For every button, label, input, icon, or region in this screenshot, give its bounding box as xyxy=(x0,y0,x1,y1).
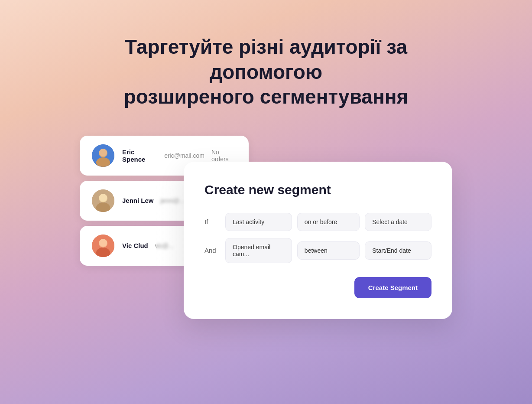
condition-row-1: If Last activity on or before Select a d… xyxy=(204,213,431,231)
user-info-eric: Eric Spence eric@mail.com No orders xyxy=(122,148,237,163)
ui-area: Eric Spence eric@mail.com No orders Je xyxy=(80,136,452,352)
condition-label-if: If xyxy=(204,218,220,225)
svg-point-3 xyxy=(99,149,107,156)
conditions: If Last activity on or before Select a d… xyxy=(204,213,431,263)
condition-activity-2[interactable]: Opened email cam... xyxy=(225,238,292,263)
user-name-vic: Vic Clud xyxy=(122,242,148,249)
svg-point-7 xyxy=(99,194,107,202)
condition-operator-1[interactable]: on or before xyxy=(297,213,360,231)
segment-dialog: Create new segment If Last activity on o… xyxy=(184,162,452,319)
user-email-eric: eric@mail.com xyxy=(164,152,204,159)
condition-activity-1[interactable]: Last activity xyxy=(225,213,292,231)
condition-date-1[interactable]: Select a date xyxy=(365,213,431,231)
condition-label-and: And xyxy=(204,247,220,254)
condition-operator-2[interactable]: between xyxy=(297,241,360,260)
user-status-eric: No orders xyxy=(211,149,237,163)
condition-row-2: And Opened email cam... between Start/En… xyxy=(204,238,431,263)
dialog-title: Create new segment xyxy=(204,182,431,197)
create-segment-button[interactable]: Create Segment xyxy=(354,277,431,298)
user-name-eric: Eric Spence xyxy=(122,148,157,163)
avatar-eric xyxy=(92,144,114,167)
avatar-jenni xyxy=(92,189,114,212)
avatar-vic xyxy=(92,235,114,257)
svg-point-11 xyxy=(99,239,107,247)
user-name-jenni: Jenni Lew xyxy=(122,197,154,204)
page-content: Таргетуйте різні аудиторії за допомогою … xyxy=(0,0,532,352)
condition-date-2[interactable]: Start/End date xyxy=(365,241,431,260)
page-headline: Таргетуйте різні аудиторії за допомогою … xyxy=(97,35,435,110)
